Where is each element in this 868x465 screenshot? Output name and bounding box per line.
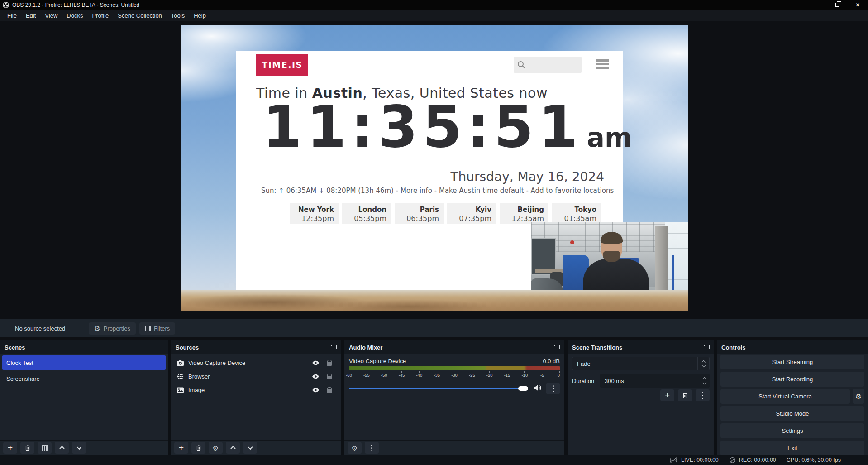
- popout-icon[interactable]: [553, 345, 560, 350]
- transitions-dock-header[interactable]: Scene Transitions: [568, 340, 714, 354]
- menu-hamburger-icon[interactable]: [596, 59, 609, 69]
- mixer-menu-button[interactable]: [365, 442, 379, 454]
- city-box-new-york[interactable]: New York 12:35pm: [290, 203, 339, 224]
- sources-dock: Sources Video Capture Device Browser: [171, 340, 341, 455]
- add-icon: +: [8, 443, 13, 452]
- close-button[interactable]: ✕: [848, 0, 868, 10]
- menu-item-docks[interactable]: Docks: [62, 10, 87, 21]
- menu-item-tools[interactable]: Tools: [167, 10, 189, 21]
- more-info-link[interactable]: More info: [401, 187, 432, 195]
- visibility-toggle[interactable]: [309, 387, 322, 393]
- transition-properties-button[interactable]: [696, 389, 710, 401]
- move-source-down-button[interactable]: [243, 442, 257, 454]
- filters-icon: [145, 326, 151, 331]
- menu-item-file[interactable]: File: [3, 10, 21, 21]
- duration-input[interactable]: 300 ms: [600, 374, 710, 388]
- menu-item-help[interactable]: Help: [189, 10, 210, 21]
- volume-slider[interactable]: [349, 388, 528, 389]
- move-scene-up-button[interactable]: [55, 442, 69, 454]
- scenes-dock-header[interactable]: Scenes: [0, 340, 168, 354]
- start-streaming-button[interactable]: Start Streaming: [720, 355, 864, 369]
- scene-item-clock-test[interactable]: Clock Test: [2, 355, 166, 370]
- city-box-kyiv[interactable]: Kyiv 07:35pm: [447, 203, 496, 224]
- popout-icon[interactable]: [330, 345, 337, 350]
- add-scene-button[interactable]: +: [3, 442, 17, 454]
- gear-icon: ⚙: [94, 325, 100, 332]
- add-transition-button[interactable]: +: [660, 389, 674, 401]
- lock-toggle[interactable]: [322, 374, 336, 379]
- chevron-down-icon: [76, 445, 81, 450]
- mixer-channel-menu-button[interactable]: [546, 383, 560, 394]
- studio-mode-button[interactable]: Studio Mode: [720, 406, 864, 421]
- exit-button[interactable]: Exit: [720, 441, 864, 455]
- controls-dock-header[interactable]: Controls: [717, 340, 868, 354]
- restore-button[interactable]: [827, 0, 848, 10]
- lock-icon: [327, 376, 332, 379]
- kebab-icon: [702, 392, 703, 399]
- minimize-button[interactable]: [807, 0, 827, 10]
- gear-icon: ⚙: [352, 445, 358, 451]
- menu-item-scene-collection[interactable]: Scene Collection: [113, 10, 167, 21]
- trash-icon: [24, 445, 31, 451]
- window-title: OBS 29.1.2 - Profile: LLHLS BETA - Scene…: [12, 2, 139, 8]
- volume-meter: [349, 366, 560, 370]
- popout-icon[interactable]: [157, 345, 163, 350]
- spinner-carets-icon[interactable]: [703, 374, 706, 388]
- city-box-tokyo[interactable]: Tokyo 01:35am: [552, 203, 601, 224]
- sources-dock-header[interactable]: Sources: [171, 340, 341, 354]
- properties-button[interactable]: ⚙ Properties: [89, 322, 136, 335]
- eye-icon: [312, 387, 320, 393]
- make-default-link[interactable]: Make Austin time default: [439, 187, 524, 195]
- advanced-audio-button[interactable]: ⚙: [348, 442, 362, 454]
- remove-scene-button[interactable]: [20, 442, 34, 454]
- visibility-toggle[interactable]: [309, 374, 322, 379]
- transition-select[interactable]: Fade: [572, 357, 710, 370]
- menu-item-view[interactable]: View: [40, 10, 62, 21]
- city-box-london[interactable]: London 05:35pm: [342, 203, 391, 224]
- scene-item-screenshare[interactable]: Screenshare: [2, 371, 166, 386]
- city-box-beijing[interactable]: Beijing 12:35am: [500, 203, 548, 224]
- live-time: LIVE: 00:00:00: [681, 457, 719, 463]
- source-status-text: No source selected: [15, 325, 65, 332]
- sources-toolbar: + ⚙: [171, 440, 341, 455]
- scene-transitions-dock: Scene Transitions Fade Duration 300 ms +: [568, 340, 714, 455]
- start-recording-button[interactable]: Start Recording: [720, 372, 864, 387]
- move-source-up-button[interactable]: [226, 442, 240, 454]
- add-favorite-link[interactable]: Add to favorite locations: [531, 187, 614, 195]
- timeis-logo[interactable]: TIME.IS: [256, 54, 308, 76]
- mute-button[interactable]: [532, 384, 542, 393]
- popout-icon[interactable]: [857, 345, 863, 350]
- source-properties-button[interactable]: ⚙: [209, 442, 223, 454]
- menu-item-edit[interactable]: Edit: [21, 10, 40, 21]
- sun-info-line: Sun: ↑ 06:35AM ↓ 08:20PM (13h 46m) - Mor…: [261, 187, 614, 195]
- volume-slider-handle[interactable]: [518, 386, 528, 391]
- scenes-toolbar: +: [0, 440, 168, 455]
- search-icon: [517, 60, 526, 69]
- source-row-browser[interactable]: Browser: [171, 369, 341, 383]
- city-box-paris[interactable]: Paris 06:35pm: [395, 203, 444, 224]
- source-toolbar: No source selected ⚙ Properties Filters: [0, 319, 868, 337]
- source-row-video-capture[interactable]: Video Capture Device: [171, 356, 341, 369]
- add-icon: +: [665, 391, 670, 399]
- filters-button[interactable]: Filters: [139, 322, 175, 335]
- scene-filters-button[interactable]: [38, 442, 52, 454]
- source-label: Video Capture Device: [188, 360, 309, 366]
- preview-canvas[interactable]: TIME.IS Time in Austin, Texas, United St…: [181, 25, 688, 311]
- add-source-button[interactable]: +: [174, 442, 188, 454]
- lock-toggle[interactable]: [322, 360, 336, 366]
- virtual-camera-settings-button[interactable]: ⚙: [853, 389, 864, 404]
- visibility-toggle[interactable]: [309, 360, 322, 366]
- clock: 11:35:51 am: [262, 96, 632, 159]
- popout-icon[interactable]: [703, 345, 710, 350]
- remove-transition-button[interactable]: [678, 389, 692, 401]
- lock-toggle[interactable]: [322, 387, 336, 393]
- source-row-image[interactable]: Image: [171, 383, 341, 397]
- rec-time: REC: 00:00:00: [739, 457, 776, 463]
- restore-icon: [835, 3, 839, 7]
- settings-button[interactable]: Settings: [720, 423, 864, 438]
- move-scene-down-button[interactable]: [72, 442, 86, 454]
- audio-mixer-header[interactable]: Audio Mixer: [344, 340, 564, 354]
- remove-source-button[interactable]: [191, 442, 205, 454]
- menu-item-profile[interactable]: Profile: [87, 10, 113, 21]
- start-virtual-camera-button[interactable]: Start Virtual Camera: [720, 389, 850, 404]
